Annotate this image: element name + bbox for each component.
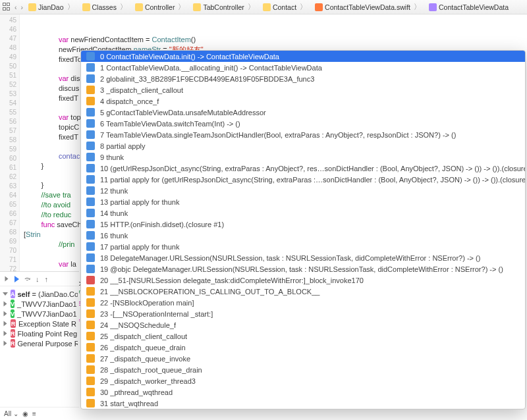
crumb-class[interactable]: ContactTableViewData <box>426 3 511 11</box>
variable-row[interactable]: RGeneral Purpose R <box>1 338 78 348</box>
disclosure-icon[interactable] <box>4 321 7 327</box>
frame-icon <box>86 52 95 61</box>
variable-row[interactable]: V_TWVV7JianDao1 <box>1 309 78 319</box>
stack-frame[interactable]: 3 _dispatch_client_callout <box>81 84 525 95</box>
stack-frame[interactable]: 18 DelegateManager.URLSession(NSURLSessi… <box>81 252 525 263</box>
variable-label: Floating Point Reg <box>18 330 78 338</box>
frame-icon <box>86 164 95 172</box>
stack-frame[interactable]: 4 dispatch_once_f <box>81 95 525 107</box>
disclosure-icon[interactable] <box>3 292 8 296</box>
stack-frame[interactable]: 20 __51-[NSURLSession delegate_task:didC… <box>81 275 525 286</box>
crumb-jiandao[interactable]: JianDao〉 <box>26 3 78 12</box>
stack-frame[interactable]: 25 _dispatch_client_callout <box>81 330 525 342</box>
frame-label: 25 _dispatch_client_callout <box>100 332 187 340</box>
disclosure-icon[interactable] <box>4 302 7 307</box>
frame-label: 11 partial apply for (getUrlRespJsonDict… <box>100 176 525 184</box>
stack-frame[interactable]: 21 __NSBLOCKOPERATION_IS_CALLING_OUT_TO_… <box>81 286 525 297</box>
stack-frame[interactable]: 2 globalinit_33_8B289F1F9ECDB4499EA819F0… <box>81 73 525 84</box>
stack-frame[interactable]: 10 (getUrlRespJsonDict_async(String, ext… <box>81 163 525 174</box>
frame-label: 8 partial apply <box>100 142 146 150</box>
stack-frame[interactable]: 26 _dispatch_queue_drain <box>81 342 525 353</box>
stack-frame[interactable]: 0 ContactTableViewData.init() -> Contact… <box>81 51 525 62</box>
stack-frame[interactable]: 5 gContactTableViewData.unsafeMutableAdd… <box>81 107 525 118</box>
crumb-contact[interactable]: Contact〉 <box>260 3 311 12</box>
stack-frame[interactable]: 7 TeamTableViewData.singleTeamJsonDictHa… <box>81 129 525 140</box>
folder-icon <box>263 3 271 11</box>
frame-icon <box>86 130 95 139</box>
variables-scope-selector[interactable]: All ⌄ <box>4 410 18 417</box>
step-out-icon[interactable]: ↑ <box>45 275 49 283</box>
frame-icon <box>86 231 95 240</box>
frame-icon <box>86 388 95 396</box>
stack-frame[interactable]: 29 _dispatch_worker_thread3 <box>81 375 525 386</box>
nav-back-button[interactable]: ‹ <box>13 3 18 11</box>
filter-icon[interactable]: ≡ <box>32 410 36 417</box>
stack-frame[interactable]: 13 partial apply for thunk <box>81 196 525 207</box>
frame-icon <box>86 399 95 407</box>
frame-label: 21 __NSBLOCKOPERATION_IS_CALLING_OUT_TO_… <box>100 288 319 296</box>
stack-frame[interactable]: 19 @objc DelegateManager.URLSession(NSUR… <box>81 263 525 275</box>
crumb-controller[interactable]: Controller〉 <box>132 3 190 12</box>
frame-label: 27 _dispatch_queue_invoke <box>100 355 190 363</box>
stack-frame[interactable]: 27 _dispatch_queue_invoke <box>81 353 525 364</box>
debug-toolbar: ⤼ ↓ ↑ <box>0 272 79 286</box>
type-badge: R <box>11 339 15 348</box>
stack-frame[interactable]: 23 -[__NSOperationInternal _start:] <box>81 308 525 319</box>
stack-frame[interactable]: 15 HTTP.(onFinish.didset).(closure #1) <box>81 219 525 230</box>
frame-icon <box>86 332 95 340</box>
stack-frame[interactable]: 16 thunk <box>81 230 525 241</box>
stack-frame[interactable]: 24 __NSOQSchedule_f <box>81 319 525 330</box>
step-over-icon[interactable]: ⤼ <box>24 275 30 283</box>
type-badge: A <box>11 290 15 298</box>
frame-icon <box>86 175 95 184</box>
stack-frame[interactable]: 22 -[NSBlockOperation main] <box>81 297 525 308</box>
frame-icon <box>86 253 95 262</box>
folder-icon <box>82 3 90 11</box>
variable-row[interactable]: V_TWVV7JianDao1 <box>1 299 78 309</box>
eye-icon[interactable]: ◉ <box>22 410 28 417</box>
stack-frame[interactable]: 8 partial apply <box>81 140 525 151</box>
frame-icon <box>86 209 95 217</box>
crumb-tabcontroller[interactable]: TabController〉 <box>190 3 258 12</box>
related-items-icon[interactable] <box>3 3 12 12</box>
frame-icon <box>86 97 95 105</box>
frame-label: 29 _dispatch_worker_thread3 <box>100 377 196 385</box>
stack-frame[interactable]: 31 start_wqthread <box>81 398 525 409</box>
stack-frame[interactable]: 1 ContactTableViewData.__allocating_init… <box>81 62 525 73</box>
frame-icon <box>86 74 95 83</box>
stack-frame[interactable]: 17 partial apply for thunk <box>81 241 525 252</box>
crumb-swift-file[interactable]: ContactTableViewData.swift〉 <box>312 3 425 12</box>
disclosure-icon[interactable] <box>4 311 7 317</box>
frame-icon <box>86 186 95 195</box>
stack-frame[interactable]: 28 _dispatch_root_queue_drain <box>81 364 525 375</box>
call-stack-popup[interactable]: 0 ContactTableViewData.init() -> Contact… <box>80 50 526 409</box>
variable-row[interactable]: Aself = (JianDao.Con <box>1 289 78 299</box>
frame-icon <box>86 265 95 273</box>
frame-label: 28 _dispatch_root_queue_drain <box>100 366 202 374</box>
folder-icon <box>193 3 201 11</box>
frame-label: 6 TeamTableViewData.switchTeam(Int) -> (… <box>100 120 240 128</box>
frame-label: 9 thunk <box>100 153 124 161</box>
disclosure-icon[interactable] <box>5 276 9 282</box>
stack-frame[interactable]: 12 thunk <box>81 185 525 196</box>
stack-frame[interactable]: 30 _pthread_wqthread <box>81 386 525 398</box>
stack-frame[interactable]: 6 TeamTableViewData.switchTeam(Int) -> (… <box>81 118 525 129</box>
type-badge: V <box>11 300 14 308</box>
variable-row[interactable]: RFloating Point Reg <box>1 328 78 338</box>
frame-icon <box>86 142 95 150</box>
disclosure-icon[interactable] <box>4 331 7 336</box>
crumb-label: ContactTableViewData <box>439 3 509 11</box>
nav-forward-button[interactable]: › <box>20 3 25 11</box>
step-in-icon[interactable]: ↓ <box>36 275 40 283</box>
crumb-classes[interactable]: Classes〉 <box>80 3 131 12</box>
stack-frame[interactable]: 9 thunk <box>81 151 525 163</box>
disclosure-icon[interactable] <box>4 341 7 346</box>
continue-icon[interactable] <box>14 276 19 282</box>
stack-frame[interactable]: 14 thunk <box>81 207 525 219</box>
frame-icon <box>86 197 95 206</box>
frame-icon <box>86 287 95 296</box>
variable-label: _TWVV7JianDao1 <box>17 310 77 318</box>
variable-row[interactable]: RException State R <box>1 319 78 328</box>
variable-label: Exception State R <box>18 320 76 328</box>
stack-frame[interactable]: 11 partial apply for (getUrlRespJsonDict… <box>81 174 525 185</box>
